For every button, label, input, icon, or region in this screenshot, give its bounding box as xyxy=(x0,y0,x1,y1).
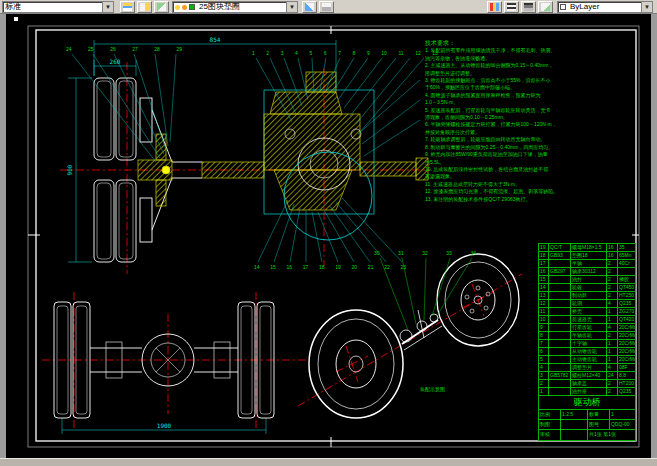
chevron-down-icon[interactable]: ▼ xyxy=(641,2,652,12)
table-row: 16 GB297 轴承30312 2 xyxy=(539,268,635,276)
callout-number: 33 xyxy=(446,250,452,257)
lineweight-icon-button[interactable] xyxy=(521,1,536,13)
part-no: 16 xyxy=(539,268,549,276)
layer-previous-icon-button[interactable] xyxy=(302,1,317,13)
dimension-labels: 854 900 260 1900 xyxy=(66,36,221,429)
color-combo[interactable]: ByLayer ▼ xyxy=(557,1,653,13)
note-line: 于60%，接触区应位于齿面中部偏小端。 xyxy=(425,84,637,91)
wheel-hub-hatched-parts xyxy=(138,134,172,206)
part-qty: 2 xyxy=(607,284,618,292)
part-material: HT250 xyxy=(618,292,635,300)
note-line: 9. 桥壳内加注85W/90重负荷齿轮油至加油口下缘，油量 xyxy=(425,151,637,158)
callout-number: 9 xyxy=(367,50,370,57)
lineweight-icon xyxy=(524,3,533,11)
part-code xyxy=(549,348,571,356)
layer-freeze-sun-icon[interactable] xyxy=(182,5,187,10)
sheet-info: 共1张 第1张 xyxy=(588,430,635,440)
part-material: 20CrMnTi xyxy=(618,340,635,348)
text-style-combo[interactable]: 标准 ▼ xyxy=(2,1,114,13)
callout-number: 1 xyxy=(252,50,255,57)
drawing-no-value: QDQ-00 xyxy=(610,420,635,429)
iso-view-label: 装配示意图 xyxy=(420,386,445,392)
color-control-icon-button[interactable] xyxy=(487,1,502,13)
callout-number: 17 xyxy=(303,264,309,271)
note-line: 用调整垫片进行调整。 xyxy=(425,70,637,77)
callout-number: 18 xyxy=(319,264,325,271)
plot-style-icon xyxy=(541,3,550,11)
layer-color-swatch xyxy=(189,4,195,10)
part-material: 20CrMnTi xyxy=(618,348,635,356)
part-qty: 2 xyxy=(607,276,618,284)
callout-number: 32 xyxy=(422,250,428,257)
callout-number: 10 xyxy=(381,50,387,57)
part-code xyxy=(549,292,571,300)
callout-number: 31 xyxy=(398,250,404,257)
part-code xyxy=(549,380,571,388)
part-name: 制动鼓 xyxy=(571,292,607,300)
part-name: 从动锥齿轮 xyxy=(571,348,607,356)
callout-numbers-iso: 3031323334 xyxy=(374,250,476,257)
table-row: 8 半轴齿轮 2 20CrMnTi xyxy=(539,332,635,340)
part-code: GB93 xyxy=(549,252,571,260)
parts-table: 19 QC/T 螺母M18×1.5 16 35 18 GB93 垫圈18 16 … xyxy=(538,243,636,396)
table-row: 15 油封 2 橡胶 xyxy=(539,276,635,284)
callout-number: 29 xyxy=(176,46,182,53)
callout-number: 8 xyxy=(353,50,356,57)
callout-number: 20 xyxy=(352,264,358,271)
part-material: 8.8 xyxy=(618,372,635,380)
dim-diameter: 900 xyxy=(66,164,73,175)
make-object-layer-icon-button[interactable] xyxy=(154,1,169,13)
part-code xyxy=(549,300,571,308)
part-qty: 2 xyxy=(607,292,618,300)
part-qty: 1 xyxy=(607,340,618,348)
part-code xyxy=(549,356,571,364)
part-material: 40Cr xyxy=(618,260,635,268)
chevron-down-icon[interactable]: ▼ xyxy=(102,2,113,12)
part-material: HT200 xyxy=(618,380,635,388)
plot-style-icon-button[interactable] xyxy=(538,1,553,13)
technical-notes: 技术要求：1. 装配前所有零件须用煤油清洗干净，不得有毛刺、铁屑、 油污等杂物，… xyxy=(425,40,637,203)
note-line: 有渗漏现象。 xyxy=(425,173,637,180)
callout-number: 30 xyxy=(374,250,380,257)
note-line: 技术要求： xyxy=(425,40,637,47)
layer-states-icon-button[interactable] xyxy=(319,1,334,13)
part-material: 20CrMnTi xyxy=(618,356,635,364)
drawn-label: 制图 xyxy=(539,420,561,429)
part-qty: 1 xyxy=(607,308,618,316)
part-material: QT420 xyxy=(618,316,635,324)
layer-previous-icon xyxy=(305,3,314,11)
chevron-down-icon[interactable]: ▼ xyxy=(286,2,297,12)
layers-icon-button[interactable] xyxy=(120,1,135,13)
layer-properties-icon-button[interactable] xyxy=(137,1,152,13)
callout-number: 11 xyxy=(398,50,403,57)
part-no: 8 xyxy=(539,332,549,340)
table-row: 14 轮毂 2 QT450 xyxy=(539,284,635,292)
callout-numbers-left: 242526272829 xyxy=(66,46,182,53)
note-line: 1.0～3.5N·m。 xyxy=(425,99,637,106)
layer-name: 25图块垫圈 xyxy=(197,2,286,12)
table-row: 13 制动鼓 2 HT250 xyxy=(539,292,635,300)
part-name: 调整垫片 xyxy=(571,364,607,372)
part-qty: 1 xyxy=(607,316,618,324)
callout-number: 2 xyxy=(266,50,269,57)
part-name: 桥壳 xyxy=(571,308,607,316)
part-material: 橡胶 xyxy=(618,276,635,284)
part-name: 差速器壳 xyxy=(571,316,607,324)
part-code xyxy=(549,308,571,316)
linetype-icon xyxy=(507,3,516,11)
drawing-title: 驱动桥 xyxy=(539,396,635,409)
note-line: 3. 锥齿轮副的接触斑点：沿齿高不小于55%，沿齿长不小 xyxy=(425,77,637,84)
part-name: 轮毂 xyxy=(571,284,607,292)
layer-on-bulb-icon[interactable] xyxy=(175,5,180,10)
layer-properties-icon xyxy=(140,3,149,11)
part-code xyxy=(549,332,571,340)
make-object-layer-icon xyxy=(157,3,166,11)
part-material: 65Mn xyxy=(618,252,635,260)
layer-combo[interactable]: 25图块垫圈 ▼ xyxy=(172,1,298,13)
linetype-icon-button[interactable] xyxy=(504,1,519,13)
drawing-canvas[interactable]: 854 900 260 1900 xyxy=(6,14,651,458)
part-qty: 4 xyxy=(607,324,618,332)
callout-number: 26 xyxy=(110,46,116,53)
part-name: 半轴齿轮 xyxy=(571,332,607,340)
table-row: 17 半轴 2 40Cr xyxy=(539,260,635,268)
